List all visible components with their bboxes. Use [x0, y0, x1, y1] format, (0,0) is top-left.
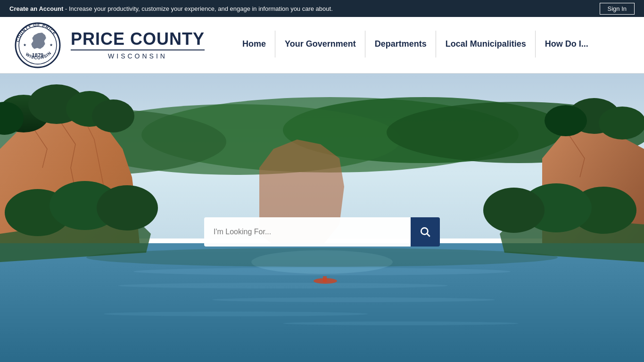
search-icon — [419, 226, 431, 238]
svg-point-30 — [97, 185, 158, 230]
create-account-link[interactable]: Create an Account — [9, 5, 63, 12]
svg-line-38 — [427, 234, 430, 237]
svg-point-37 — [421, 228, 428, 234]
search-bar-container — [204, 217, 440, 247]
county-seal-logo[interactable]: COUNTY OF PRICE WISCONSIN 1879 ★ ★ — [14, 22, 61, 69]
hero-section — [0, 74, 644, 362]
announcement-bar: Create an Account - Increase your produc… — [0, 0, 644, 17]
svg-point-17 — [92, 99, 134, 132]
nav-item-local-municipalities[interactable]: Local Municipalities — [436, 17, 536, 73]
county-name-divider — [71, 49, 205, 50]
announcement-message: - Increase your productivity, customize … — [65, 5, 333, 12]
county-name-block: PRICE COUNTY WISCONSIN — [71, 31, 205, 60]
svg-point-25 — [104, 312, 368, 316]
svg-point-26 — [283, 321, 519, 325]
sign-in-button[interactable]: Sign In — [600, 3, 635, 15]
svg-point-20 — [545, 105, 587, 136]
svg-text:★: ★ — [23, 43, 26, 47]
svg-rect-35 — [323, 276, 327, 282]
header: COUNTY OF PRICE WISCONSIN 1879 ★ ★ PRICE… — [0, 17, 644, 74]
svg-point-36 — [86, 248, 558, 267]
nav-item-home[interactable]: Home — [233, 17, 275, 73]
search-button[interactable] — [411, 217, 440, 247]
svg-point-19 — [599, 107, 644, 140]
search-input[interactable] — [204, 217, 411, 247]
county-name-state: WISCONSIN — [71, 52, 205, 60]
county-name-title: PRICE COUNTY — [71, 31, 205, 48]
main-navigation: Home Your Government Departments Local M… — [233, 17, 630, 73]
nav-item-departments[interactable]: Departments — [365, 17, 436, 73]
svg-text:★: ★ — [50, 43, 53, 47]
svg-point-33 — [483, 188, 545, 233]
announcement-text: Create an Account - Increase your produc… — [9, 5, 333, 12]
nav-item-your-government[interactable]: Your Government — [275, 17, 365, 73]
svg-point-23 — [118, 283, 448, 288]
nav-item-how-do-i[interactable]: How Do I... — [536, 17, 598, 73]
svg-text:1879: 1879 — [32, 52, 43, 58]
svg-point-24 — [212, 297, 495, 302]
